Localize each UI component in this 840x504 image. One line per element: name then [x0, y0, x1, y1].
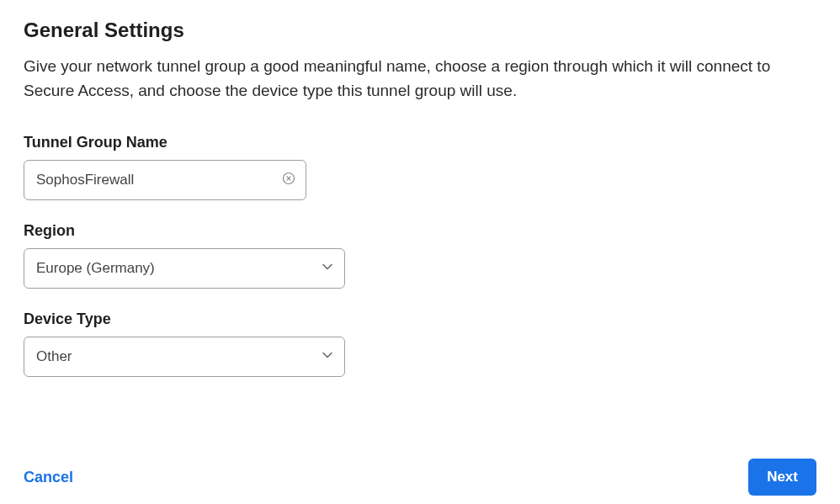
region-select[interactable]: Europe (Germany) — [24, 248, 345, 289]
region-field: Region Europe (Germany) — [24, 222, 816, 289]
region-select-value: Europe (Germany) — [36, 260, 155, 277]
tunnel-group-name-input[interactable] — [24, 160, 306, 200]
cancel-button[interactable]: Cancel — [24, 469, 73, 486]
page-title: General Settings — [24, 19, 816, 42]
clear-icon — [282, 172, 295, 188]
tunnel-group-name-field: Tunnel Group Name — [24, 134, 816, 200]
region-select-wrapper: Europe (Germany) — [24, 248, 345, 289]
region-label: Region — [24, 222, 816, 240]
clear-input-button[interactable] — [281, 172, 296, 188]
device-type-select-value: Other — [36, 348, 72, 365]
device-type-select[interactable]: Other — [24, 337, 345, 377]
device-type-label: Device Type — [24, 310, 816, 328]
tunnel-group-name-input-wrapper — [24, 160, 306, 200]
device-type-field: Device Type Other — [24, 310, 816, 377]
page-description: Give your network tunnel group a good me… — [24, 54, 816, 103]
tunnel-group-name-label: Tunnel Group Name — [24, 134, 816, 151]
next-button[interactable]: Next — [748, 459, 816, 496]
footer-actions: Cancel Next — [24, 459, 816, 496]
device-type-select-wrapper: Other — [24, 337, 345, 377]
